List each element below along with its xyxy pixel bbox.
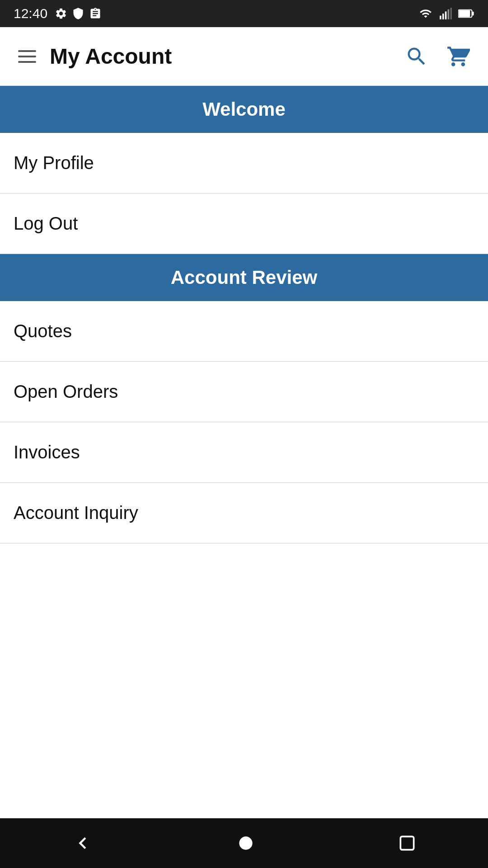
empty-space — [0, 543, 488, 818]
battery-icon — [458, 7, 474, 20]
welcome-header-text: Welcome — [202, 99, 286, 120]
status-bar-left: 12:40 — [14, 6, 102, 21]
log-out-label: Log Out — [14, 213, 78, 234]
invoices-label: Invoices — [14, 442, 80, 462]
svg-rect-4 — [450, 8, 452, 19]
settings-icon — [55, 7, 67, 20]
log-out-item[interactable]: Log Out — [0, 193, 488, 254]
my-profile-item[interactable]: My Profile — [0, 133, 488, 193]
svg-rect-3 — [448, 9, 450, 19]
signal-icon — [439, 7, 452, 20]
home-icon — [236, 833, 256, 853]
back-button[interactable] — [66, 827, 99, 859]
svg-point-8 — [239, 836, 252, 849]
cart-button[interactable] — [442, 40, 474, 73]
svg-rect-0 — [440, 16, 441, 19]
status-bar: 12:40 — [0, 0, 488, 27]
open-orders-item[interactable]: Open Orders — [0, 362, 488, 422]
app-bar-actions — [400, 40, 474, 73]
status-bar-right — [418, 7, 474, 20]
page-title: My Account — [50, 44, 400, 69]
welcome-section-header: Welcome — [0, 86, 488, 133]
wifi-icon — [418, 7, 433, 20]
home-button[interactable] — [231, 829, 260, 858]
bottom-nav — [0, 818, 488, 868]
search-icon — [405, 45, 428, 68]
menu-icon — [18, 61, 36, 63]
open-orders-label: Open Orders — [14, 382, 118, 402]
account-inquiry-item[interactable]: Account Inquiry — [0, 483, 488, 543]
clipboard-icon — [89, 7, 102, 20]
status-system-icons — [55, 7, 102, 20]
quotes-label: Quotes — [14, 321, 72, 341]
app-bar: My Account — [0, 27, 488, 86]
status-time: 12:40 — [14, 6, 47, 21]
account-review-section-header: Account Review — [0, 254, 488, 301]
svg-rect-6 — [459, 10, 470, 17]
svg-rect-2 — [445, 11, 447, 19]
main-content: Welcome My Profile Log Out Account Revie… — [0, 86, 488, 818]
recent-apps-icon — [397, 833, 417, 853]
back-icon — [71, 831, 94, 855]
menu-icon — [18, 50, 36, 52]
invoices-item[interactable]: Invoices — [0, 422, 488, 483]
account-review-header-text: Account Review — [171, 267, 317, 288]
security-icon — [72, 7, 84, 20]
svg-rect-7 — [472, 12, 474, 15]
menu-button[interactable] — [14, 46, 41, 67]
search-button[interactable] — [400, 40, 433, 73]
svg-rect-1 — [442, 14, 444, 19]
quotes-item[interactable]: Quotes — [0, 301, 488, 362]
svg-rect-9 — [401, 836, 414, 849]
my-profile-label: My Profile — [14, 153, 94, 173]
recent-apps-button[interactable] — [393, 829, 422, 858]
account-inquiry-label: Account Inquiry — [14, 503, 138, 523]
menu-icon — [18, 56, 36, 57]
cart-icon — [446, 45, 470, 68]
